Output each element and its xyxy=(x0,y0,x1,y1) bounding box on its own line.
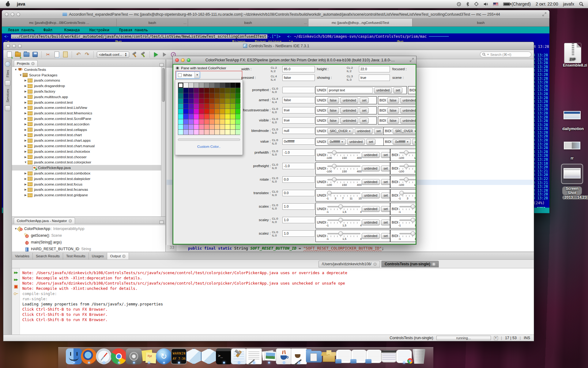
tab-navigator[interactable]: ColorPickerApp.java - Navigator✕ xyxy=(14,217,75,224)
mc-menu-4[interactable]: Правая панель xyxy=(119,28,148,32)
slider-thumb[interactable] xyxy=(327,191,332,195)
spotlight-icon[interactable] xyxy=(579,2,584,6)
palette-swatch[interactable] xyxy=(194,119,199,124)
palette-swatch[interactable] xyxy=(209,114,214,119)
palette-swatch[interactable] xyxy=(189,83,194,88)
value-field[interactable]: 22.0 xyxy=(359,66,390,72)
expanded-arrow-icon[interactable]: ▼ xyxy=(24,161,28,164)
palette-swatch[interactable] xyxy=(189,125,194,129)
palette-swatch[interactable] xyxy=(209,119,214,124)
value-field[interactable]: 1.0 xyxy=(282,203,315,210)
unbinded-button[interactable]: unbinded xyxy=(374,87,392,93)
tree-item-javafx.scene.control.test.chart.manual[interactable]: ▶javafx.scene.control.test.chart.manual xyxy=(12,143,161,149)
unbinded-button[interactable]: unbinded xyxy=(355,128,373,134)
dock-finder[interactable] xyxy=(66,348,82,364)
palette-swatch[interactable] xyxy=(220,125,225,129)
tree-item-javafx.scene.control.test[interactable]: ▶javafx.scene.control.test xyxy=(12,100,161,105)
slider[interactable]: -100150400 xyxy=(399,177,416,187)
palette-swatch[interactable] xyxy=(199,119,204,124)
palette-swatch[interactable] xyxy=(220,83,225,88)
collapse-arrow-icon[interactable]: ▶ xyxy=(24,177,28,180)
palette-swatch[interactable] xyxy=(209,130,214,135)
palette-swatch[interactable] xyxy=(194,93,199,98)
editor-code-line[interactable]: 33 public final static String SOFT_RESET… xyxy=(166,245,534,251)
mc-menu-0[interactable]: Левая панель xyxy=(8,28,35,32)
palette-swatch[interactable] xyxy=(215,104,220,109)
clean-build-button[interactable] xyxy=(140,51,146,58)
palette-swatch[interactable] xyxy=(183,98,188,103)
open-project-button[interactable] xyxy=(23,51,30,58)
palette-swatch[interactable] xyxy=(230,125,235,129)
value-field[interactable]: 1.0 xyxy=(282,217,315,223)
tab-output[interactable]: Output✕ xyxy=(107,253,129,259)
dock-photos[interactable] xyxy=(261,348,277,364)
palette-swatch[interactable] xyxy=(194,130,199,135)
palette-swatch[interactable] xyxy=(230,109,235,114)
dock-folder[interactable] xyxy=(306,348,322,364)
set-button[interactable]: set xyxy=(381,233,390,239)
unbinded-button[interactable]: unbinded xyxy=(412,139,416,145)
dock-docwin[interactable] xyxy=(351,348,367,364)
apple-menu-icon[interactable] xyxy=(6,2,10,6)
slider[interactable]: -100150400 xyxy=(327,163,360,174)
collapse-arrow-icon[interactable]: ▶ xyxy=(24,84,28,87)
palette-swatch[interactable] xyxy=(199,83,204,88)
tree-item-javafx.scene.control.test.fxcanvas[interactable]: ▶javafx.scene.control.test.fxcanvas xyxy=(12,187,161,193)
false-button[interactable]: false xyxy=(387,108,399,113)
palette-swatch[interactable] xyxy=(189,114,194,119)
palette-swatch[interactable] xyxy=(194,104,199,109)
slider[interactable]: -11,54 xyxy=(399,204,416,214)
palette-swatch[interactable] xyxy=(236,88,240,93)
debug-button[interactable] xyxy=(161,51,168,58)
tree-item-javafx.scene.control.test.ScrollPane[interactable]: ▶javafx.scene.control.test.ScrollPane xyxy=(12,116,161,121)
collapse-arrow-icon[interactable]: ▶ xyxy=(24,133,28,136)
palette-swatch[interactable] xyxy=(178,114,183,119)
tab-variables[interactable]: Variables xyxy=(12,253,33,259)
false-button[interactable]: false xyxy=(387,118,399,124)
collapse-arrow-icon[interactable]: ▶ xyxy=(24,101,28,104)
zoom-button[interactable] xyxy=(17,13,20,16)
palette-swatch[interactable] xyxy=(236,83,240,88)
tree-item-javafx.scene.control.test.ListView[interactable]: ▶javafx.scene.control.test.ListView xyxy=(12,105,161,111)
unbinded-button[interactable]: unbinded xyxy=(362,152,380,158)
false-button[interactable]: false xyxy=(327,98,339,103)
unbinded-button[interactable]: unbinded xyxy=(340,108,358,113)
palette-swatch[interactable] xyxy=(204,104,209,109)
tab-usages[interactable]: Usages xyxy=(89,253,107,259)
palette-swatch[interactable] xyxy=(215,119,220,124)
tree-item-javafx.scene.control.test.chart[interactable]: ▶javafx.scene.control.test.chart xyxy=(12,132,161,138)
close-button[interactable] xyxy=(175,58,179,62)
close-icon[interactable]: ✕ xyxy=(69,219,72,223)
value-field[interactable]: -1.0 xyxy=(282,149,315,156)
dock-textedit[interactable] xyxy=(246,348,262,364)
palette-swatch[interactable] xyxy=(204,88,209,93)
zoom-button[interactable] xyxy=(187,58,190,62)
minimize-button[interactable] xyxy=(12,44,16,48)
slider-thumb[interactable] xyxy=(404,177,409,182)
fullscreen-icon[interactable] xyxy=(410,58,414,62)
palette-swatch[interactable] xyxy=(178,104,183,109)
colorpicker-combo[interactable]: White ▼ xyxy=(176,71,200,79)
palette-swatch[interactable] xyxy=(215,125,220,129)
palette-swatch[interactable] xyxy=(189,109,194,114)
slider-thumb[interactable] xyxy=(404,164,409,168)
collapse-arrow-icon[interactable]: ▶ xyxy=(24,183,28,186)
slider[interactable]: -11,54 xyxy=(327,217,360,228)
palette-swatch[interactable] xyxy=(183,88,188,93)
slider[interactable]: -11,54 xyxy=(327,204,360,214)
member-getScene()[interactable]: getScene() : Scene xyxy=(12,232,165,239)
stop-icon[interactable] xyxy=(14,285,18,289)
scrollbar-thumb[interactable] xyxy=(162,68,165,102)
value-field[interactable]: false xyxy=(282,75,315,81)
value-field[interactable]: -1.0 xyxy=(282,163,315,169)
minimize-panel-icon[interactable] xyxy=(160,63,164,67)
close-button[interactable] xyxy=(5,13,9,16)
set-button[interactable]: set xyxy=(360,118,369,124)
combo-0xffffffff[interactable]: 0xffffffff▼ xyxy=(327,139,346,145)
collapse-arrow-icon[interactable]: ▶ xyxy=(24,188,28,191)
palette-swatch[interactable] xyxy=(236,130,240,135)
palette-swatch[interactable] xyxy=(194,114,199,119)
palette-swatch[interactable] xyxy=(220,98,225,103)
palette-grid[interactable] xyxy=(178,82,240,135)
member-HARD_RESET_BUTTON_ID[interactable]: HARD_RESET_BUTTON_ID : String xyxy=(12,246,165,252)
